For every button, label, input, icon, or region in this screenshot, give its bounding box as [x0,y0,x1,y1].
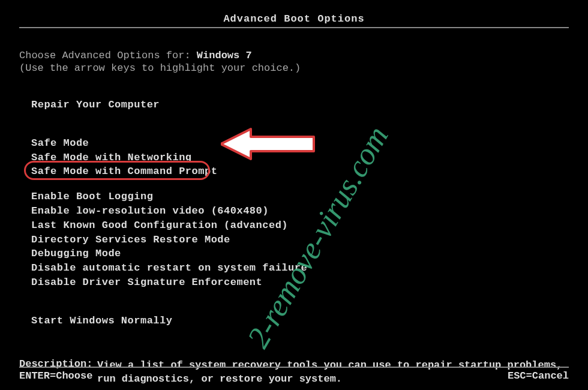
menu-debug[interactable]: Debugging Mode [31,247,569,261]
menu-start-normal[interactable]: Start Windows Normally [31,314,569,328]
menu-lkgc[interactable]: Last Known Good Configuration (advanced) [31,218,569,233]
choose-prefix: Choose Advanced Options for: [19,50,197,61]
footer: ENTER=Choose ESC=Cancel [19,367,569,382]
page-title: Advanced Boot Options [19,13,569,25]
menu-safe-mode-net[interactable]: Safe Mode with Networking [31,151,569,165]
menu-safe-mode-cmd[interactable]: Safe Mode with Command Prompt [31,164,217,179]
bottom-divider [19,367,569,368]
arrow-key-hint: (Use the arrow keys to highlight your ch… [19,62,569,74]
footer-enter: ENTER=Choose [19,370,92,382]
menu-safe-mode[interactable]: Safe Mode [31,136,569,151]
menu-low-res[interactable]: Enable low-resolution video (640x480) [31,204,569,218]
menu-no-auto-restart[interactable]: Disable automatic restart on system fail… [31,261,569,275]
os-name: Windows 7 [197,50,252,61]
top-divider [19,27,569,28]
choose-line: Choose Advanced Options for: Windows 7 [19,50,569,61]
menu-no-drv-sig[interactable]: Disable Driver Signature Enforcement [31,275,569,290]
menu-repair[interactable]: Repair Your Computer [31,98,569,112]
footer-esc: ESC=Cancel [508,370,569,382]
menu-ds-restore[interactable]: Directory Services Restore Mode [31,233,569,247]
menu-boot-log[interactable]: Enable Boot Logging [31,190,569,204]
highlighted-wrap: Safe Mode with Command Prompt [31,164,217,179]
boot-screen: Advanced Boot Options Choose Advanced Op… [0,0,588,390]
boot-menu: Repair Your Computer Safe Mode Safe Mode… [19,98,569,328]
